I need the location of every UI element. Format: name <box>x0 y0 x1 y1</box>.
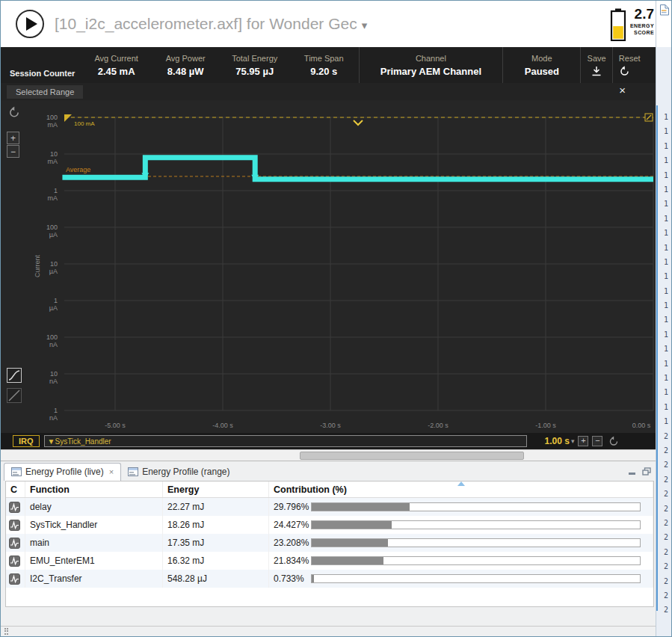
table-row[interactable]: delay 22.27 mJ 29.796% <box>6 498 653 516</box>
column-header-c[interactable]: C <box>6 481 25 497</box>
chevron-down-icon[interactable]: ▾ <box>571 437 575 445</box>
line-number: 2 <box>664 443 668 458</box>
tab-energy-profile-live[interactable]: Energy Profile (live) × <box>4 463 121 481</box>
timebase-zoom-out-button[interactable]: − <box>592 436 602 446</box>
panel-sash[interactable] <box>656 105 658 611</box>
energy-table-body: delay 22.27 mJ 29.796% SysTick_Handler 1… <box>6 498 653 588</box>
zoom-in-button[interactable]: + <box>7 132 19 144</box>
line-number: 2 <box>664 458 668 472</box>
contribution-bar <box>311 556 641 565</box>
chart-zoom-reset-icon[interactable] <box>8 106 20 118</box>
resize-grip-icon[interactable] <box>4 628 8 635</box>
line-number: 1 <box>664 371 668 385</box>
stat-avg-current: Avg Current 2.45 mA <box>81 47 151 83</box>
reset-button[interactable]: Reset <box>612 47 656 83</box>
svg-text:µA: µA <box>49 304 58 312</box>
line-number: 1 <box>664 284 668 298</box>
current-chart[interactable]: 100mA10mA1mA100µA10µA1µA100nA10nA1nA-5.0… <box>1 100 656 433</box>
maximize-view-icon[interactable] <box>642 467 651 476</box>
svg-text:100: 100 <box>46 333 58 341</box>
stats-toolbar: Session Counter Avg Current 2.45 mA Avg … <box>1 47 656 83</box>
right-strip-top <box>656 1 671 47</box>
table-row[interactable]: I2C_Transfer 548.28 µJ 0.733% <box>6 570 653 588</box>
line-number: 1 <box>664 241 668 255</box>
svg-text:mA: mA <box>48 121 58 129</box>
zoom-out-button[interactable]: − <box>7 145 19 158</box>
line-number: 2 <box>664 559 668 573</box>
table-row[interactable]: EMU_EnterEM1 16.32 mJ 21.834% <box>6 552 653 570</box>
curve-icon <box>7 369 21 382</box>
irq-track[interactable]: ▼SysTick_Handler <box>44 435 527 447</box>
stat-channel[interactable]: Channel Primary AEM Channel <box>359 47 503 83</box>
svg-text:nA: nA <box>49 414 58 422</box>
line-number: 1 <box>664 357 668 371</box>
function-name: EMU_EnterEM1 <box>25 552 163 570</box>
svg-text:-3.00 s: -3.00 s <box>320 422 341 429</box>
svg-text:mA: mA <box>48 194 58 202</box>
timebase-reset-icon[interactable] <box>608 436 619 446</box>
line-number: 1 <box>664 139 668 153</box>
line-number: 2 <box>664 429 668 443</box>
horizontal-scrollbar-thumb[interactable] <box>300 452 524 460</box>
contribution-bar <box>311 538 641 547</box>
svg-text:100: 100 <box>46 224 58 231</box>
waveform-icon <box>9 573 20 585</box>
tab-close-icon[interactable]: × <box>109 467 114 476</box>
contribution-percent: 21.834% <box>274 556 311 566</box>
energy-profile-tab-icon <box>128 467 138 476</box>
linear-scale-toggle[interactable] <box>7 388 22 403</box>
table-row[interactable]: main 17.35 mJ 23.208% <box>6 534 653 552</box>
tab-energy-profile-range[interactable]: Energy Profile (range) <box>121 464 236 481</box>
line-number: 1 <box>664 298 668 313</box>
diagonal-line-icon <box>7 389 21 402</box>
aem-chart-svg[interactable]: 100mA10mA1mA100µA10µA1µA100nA10nA1nA-5.0… <box>1 100 656 433</box>
column-header-contribution[interactable]: Contribution (%) <box>269 481 653 497</box>
column-header-function[interactable]: Function <box>25 481 163 497</box>
window-span-value[interactable]: 1.00 s <box>545 436 570 446</box>
waveform-icon <box>9 502 20 513</box>
panel-tab-bar: Energy Profile (live) × Energy Profile (… <box>1 461 656 481</box>
svg-text:10: 10 <box>50 370 58 378</box>
contribution-bar-fill <box>312 575 314 582</box>
selected-range-label[interactable]: Selected Range <box>7 85 83 99</box>
timebase-zoom-in-button[interactable]: + <box>578 436 588 446</box>
line-number: 1 <box>664 212 668 226</box>
close-icon[interactable]: × <box>619 84 626 96</box>
waveform-icon <box>9 520 20 531</box>
session-counter-label: Session Counter <box>1 47 81 83</box>
log-scale-toggle[interactable] <box>7 368 22 383</box>
energy-score-label1: ENERGY <box>630 23 654 28</box>
energy-value: 18.26 mJ <box>163 516 269 534</box>
line-number: 1 <box>664 226 668 240</box>
function-name: main <box>25 534 163 552</box>
stat-total-energy: Total Energy 75.95 µJ <box>220 47 289 83</box>
svg-text:10: 10 <box>50 260 58 268</box>
tab-label: Energy Profile (live) <box>25 467 104 477</box>
line-number: 2 <box>664 487 668 501</box>
minimize-view-icon[interactable] <box>628 467 637 476</box>
svg-text:µA: µA <box>49 268 58 275</box>
svg-text:1: 1 <box>54 297 58 304</box>
energy-value: 22.27 mJ <box>163 498 269 516</box>
svg-text:µA: µA <box>49 231 58 239</box>
selected-range-bar: Selected Range × <box>1 83 656 100</box>
svg-text:-4.00 s: -4.00 s <box>212 422 233 429</box>
session-title[interactable]: [10_i2c_accelerometer.axf] for Wonder Ge… <box>55 15 367 33</box>
document-icon[interactable] <box>659 4 669 16</box>
contribution-percent: 0.733% <box>274 573 311 584</box>
play-button[interactable] <box>16 10 44 38</box>
horizontal-scrollbar[interactable] <box>1 449 656 461</box>
chevron-down-icon[interactable]: ▾ <box>362 19 368 31</box>
save-button[interactable]: Save <box>580 47 611 83</box>
line-number: 2 <box>664 516 668 530</box>
line-number: 2 <box>664 473 668 487</box>
svg-text:-2.00 s: -2.00 s <box>428 422 448 429</box>
function-name: delay <box>25 498 163 516</box>
column-header-energy[interactable]: Energy <box>163 481 269 497</box>
contribution-percent: 24.427% <box>274 520 311 530</box>
line-number: 1 <box>664 269 668 283</box>
irq-label[interactable]: IRQ <box>13 435 40 447</box>
table-row[interactable]: SysTick_Handler 18.26 mJ 24.427% <box>6 516 653 534</box>
line-number: 2 <box>664 574 668 588</box>
energy-profile-panel: Energy Profile (live) × Energy Profile (… <box>1 461 656 636</box>
